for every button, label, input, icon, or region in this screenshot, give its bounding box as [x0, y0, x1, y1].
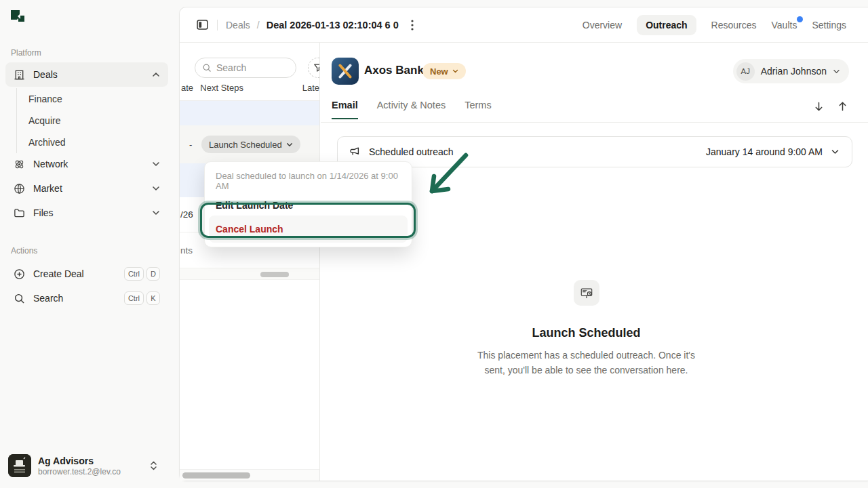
folder-icon — [14, 207, 25, 219]
shortcut-keys: Ctrl K — [124, 291, 160, 305]
scheduled-message-icon — [574, 280, 599, 306]
sidebar-item-network[interactable]: Network — [5, 152, 168, 176]
deals-subtree: Finance Acquire Archived — [16, 88, 165, 153]
cancel-launch-menu-item[interactable]: Cancel Launch — [209, 216, 408, 243]
tab-outreach[interactable]: Outreach — [637, 15, 696, 35]
scrollbar-thumb[interactable] — [260, 272, 289, 277]
main-card: Deals / Deal 2026-01-13 02:10:04 6 0 Ove… — [179, 7, 868, 481]
scheduled-outreach-card[interactable]: Scheduled outreach January 14 around 9:0… — [337, 136, 852, 167]
chevron-up-icon — [152, 72, 160, 77]
deal-detail-panel: Axos Bank New AJ Adrian Johnson Email Ac… — [321, 43, 868, 481]
app-logo-icon[interactable] — [9, 9, 26, 26]
tab-vaults-label: Vaults — [772, 20, 797, 30]
sidebar-item-label: Market — [33, 183, 62, 194]
sidebar-item-acquire[interactable]: Acquire — [17, 110, 165, 131]
sidebar: Platform Deals Finance Acquire Archived … — [0, 0, 179, 488]
network-icon — [14, 159, 25, 170]
platform-section-label: Platform — [11, 48, 41, 58]
horizontal-scrollbar — [180, 268, 319, 280]
page-title: Deal 2026-01-13 02:10:04 6 0 — [267, 20, 399, 30]
owner-avatar: AJ — [736, 62, 755, 81]
create-deal-button[interactable]: Create Deal Ctrl D — [5, 262, 168, 286]
breadcrumb-deals-link[interactable]: Deals — [226, 20, 250, 30]
chevron-down-icon — [152, 210, 160, 216]
arrow-up-icon[interactable] — [837, 101, 848, 112]
edit-launch-date-menu-item[interactable]: Edit Launch Date — [209, 195, 408, 216]
sidebar-item-label: Deals — [33, 69, 58, 80]
company-name: Axos Bank — [364, 64, 424, 77]
owner-selector[interactable]: AJ Adrian Johnson — [733, 59, 849, 83]
chevron-down-icon — [152, 161, 160, 167]
chevron-down-icon — [452, 69, 458, 73]
chevron-down-icon — [152, 186, 160, 191]
keycap: Ctrl — [124, 291, 144, 305]
tab-settings[interactable]: Settings — [812, 20, 846, 30]
workspace-avatar — [8, 454, 31, 477]
selector-updown-icon — [150, 461, 157, 470]
table-row-selected-deal[interactable]: - Launch Scheduled — [180, 125, 319, 163]
empty-state: Launch Scheduled This placement has a sc… — [321, 280, 852, 378]
funnel-icon — [313, 63, 320, 73]
create-deal-label: Create Deal — [33, 268, 84, 279]
scrollbar-thumb[interactable] — [182, 472, 250, 479]
column-header-next-steps[interactable]: Next Steps — [200, 83, 290, 93]
tab-overview[interactable]: Overview — [583, 20, 622, 30]
arrow-down-icon[interactable] — [814, 101, 824, 112]
megaphone-icon — [349, 146, 361, 158]
search-input[interactable] — [216, 62, 284, 73]
launch-status-menu: Deal scheduled to launch on 1/14/2026 at… — [204, 161, 412, 247]
page-header: Deals / Deal 2026-01-13 02:10:04 6 0 Ove… — [180, 7, 868, 43]
column-header-date[interactable]: ate — [180, 83, 200, 93]
tab-terms[interactable]: Terms — [465, 96, 491, 119]
empty-state-title: Launch Scheduled — [321, 326, 852, 340]
breadcrumb-separator: / — [257, 20, 260, 30]
chevron-down-icon — [831, 149, 840, 155]
sidebar-item-finance[interactable]: Finance — [17, 88, 165, 110]
sidebar-toggle-button[interactable] — [196, 18, 209, 31]
globe-icon — [14, 183, 25, 195]
empty-state-description: This placement has a scheduled outreach.… — [471, 348, 702, 378]
chevron-down-icon — [286, 142, 293, 147]
tab-resources[interactable]: Resources — [711, 20, 757, 30]
truncated-cell: nts — [180, 245, 193, 256]
actions-section-label: Actions — [11, 246, 37, 256]
axos-bank-logo-icon — [332, 58, 359, 85]
deal-list-panel: ate Next Steps Late - Launch Scheduled /… — [180, 43, 320, 481]
workspace-name: Ag Advisors — [38, 455, 121, 466]
sidebar-item-archived[interactable]: Archived — [17, 131, 165, 153]
sidebar-item-label: Network — [33, 159, 68, 169]
kebab-menu-icon[interactable] — [408, 17, 416, 33]
sidebar-item-deals[interactable]: Deals — [5, 62, 168, 87]
owner-name: Adrian Johnson — [761, 66, 827, 77]
tab-email[interactable]: Email — [332, 96, 358, 119]
table-header: ate Next Steps Late — [180, 75, 319, 101]
conversation-nav — [814, 101, 848, 112]
chevron-down-icon — [833, 69, 840, 74]
column-header-latest[interactable]: Late — [290, 83, 319, 93]
keycap: K — [146, 291, 160, 305]
sidebar-search-button[interactable]: Search Ctrl K — [5, 286, 168, 310]
sidebar-item-label: Files — [33, 207, 54, 218]
workspace-switcher[interactable]: Ag Advisors borrower.test.2@lev.co — [5, 451, 168, 480]
launch-status-badge[interactable]: Launch Scheduled — [201, 136, 300, 153]
outreach-schedule: January 14 around 9:00 AM — [706, 146, 823, 157]
top-tab-bar: Overview Outreach Resources Vaults Setti… — [583, 15, 846, 35]
tab-activity-notes[interactable]: Activity & Notes — [377, 96, 446, 119]
workspace-email: borrower.test.2@lev.co — [38, 467, 121, 476]
stage-badge-label: New — [430, 66, 448, 77]
building-icon — [14, 69, 25, 81]
sidebar-search-label: Search — [33, 293, 63, 304]
sidebar-item-files[interactable]: Files — [5, 201, 168, 225]
notification-dot — [797, 16, 803, 22]
search-icon — [202, 63, 212, 73]
tab-vaults[interactable]: Vaults — [772, 20, 797, 30]
date-cell: /26 — [180, 209, 193, 220]
table-row[interactable] — [180, 101, 319, 125]
divider — [217, 20, 218, 30]
plus-circle-icon — [14, 268, 25, 280]
stage-badge[interactable]: New — [422, 63, 466, 79]
launch-menu-info: Deal scheduled to launch on 1/14/2026 at… — [209, 166, 408, 195]
status-label: Launch Scheduled — [209, 140, 282, 150]
shortcut-keys: Ctrl D — [124, 267, 160, 281]
sidebar-item-market[interactable]: Market — [5, 176, 168, 201]
